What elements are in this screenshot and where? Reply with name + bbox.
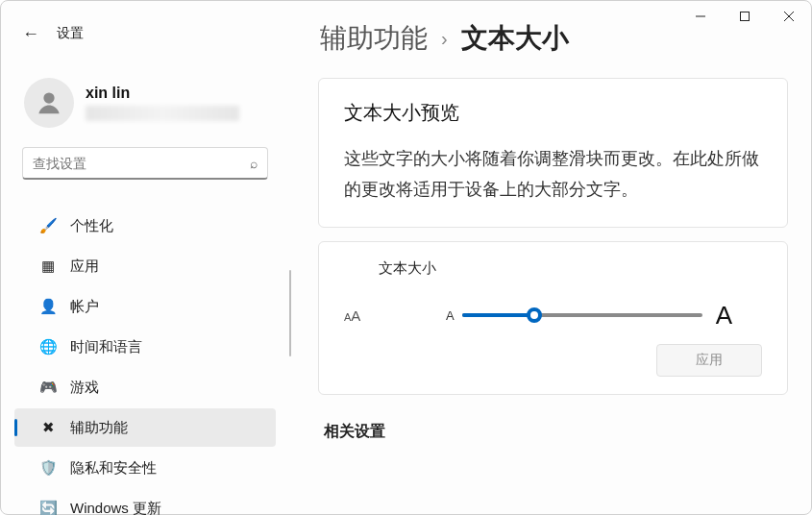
nav-item-4[interactable]: 🎮游戏	[14, 368, 276, 406]
nav-item-3[interactable]: 🌐时间和语言	[14, 328, 276, 366]
search-box[interactable]: ⌕	[22, 147, 268, 180]
text-size-label: 文本大小	[379, 259, 762, 278]
nav-icon: 🎮	[39, 379, 57, 396]
person-icon	[35, 88, 63, 117]
nav-item-7[interactable]: 🔄Windows 更新	[14, 489, 276, 515]
nav-icon: ✖	[39, 419, 57, 436]
nav-label: Windows 更新	[70, 500, 161, 516]
settings-window: ← 设置 xin lin ⌕ 🖌️个性化▦应用👤帐户🌐时间和语言🎮游戏✖辅助功能…	[0, 0, 812, 515]
search-input[interactable]	[33, 156, 212, 171]
left-pane: ← 设置 xin lin ⌕ 🖌️个性化▦应用👤帐户🌐时间和语言🎮游戏✖辅助功能…	[1, 1, 289, 514]
breadcrumb-parent[interactable]: 辅助功能	[320, 20, 428, 57]
breadcrumb: 辅助功能 › 文本大小	[312, 12, 811, 64]
user-email-redacted	[86, 106, 239, 121]
nav-icon: 👤	[39, 298, 57, 315]
nav-item-0[interactable]: 🖌️个性化	[14, 207, 276, 245]
slider-thumb[interactable]	[527, 307, 542, 323]
nav-label: 帐户	[70, 298, 99, 316]
preview-heading: 文本大小预览	[344, 100, 762, 126]
nav-item-5[interactable]: ✖辅助功能	[14, 408, 276, 447]
text-size-icon: AA	[344, 307, 398, 324]
nav-icon: 🌐	[39, 338, 57, 356]
nav-icon: 🛡️	[39, 459, 57, 477]
nav-label: 游戏	[70, 379, 99, 397]
nav-scrollbar[interactable]	[289, 270, 291, 356]
text-size-slider[interactable]	[462, 306, 702, 325]
preview-body: 这些文字的大小将随着你调整滑块而更改。在此处所做的更改将适用于设备上的大部分文字…	[344, 143, 762, 206]
avatar	[24, 78, 74, 128]
main-pane: 辅助功能 › 文本大小 文本大小预览 这些文字的大小将随着你调整滑块而更改。在此…	[312, 1, 811, 514]
nav-label: 辅助功能	[70, 419, 128, 437]
header-row: ← 设置	[1, 18, 289, 49]
apply-button[interactable]: 应用	[656, 344, 762, 377]
text-size-card: 文本大小 AA A A 应用	[318, 241, 788, 395]
text-size-row: AA A A	[344, 301, 762, 331]
back-button[interactable]: ←	[22, 25, 39, 42]
slider-min-marker: A	[446, 308, 455, 323]
search-icon: ⌕	[250, 156, 258, 171]
svg-point-4	[43, 92, 54, 103]
nav-item-6[interactable]: 🛡️隐私和安全性	[14, 449, 276, 487]
nav-icon: 🖌️	[39, 217, 57, 234]
nav-icon: ▦	[39, 258, 57, 275]
breadcrumb-current: 文本大小	[461, 20, 569, 57]
nav-item-2[interactable]: 👤帐户	[14, 287, 276, 326]
nav-label: 隐私和安全性	[70, 459, 157, 478]
nav-label: 个性化	[70, 217, 113, 235]
user-text: xin lin	[86, 85, 239, 121]
nav-icon: 🔄	[39, 500, 57, 515]
slider-track-fill	[462, 313, 534, 317]
user-block[interactable]: xin lin	[24, 78, 289, 128]
slider-max-marker: A	[716, 301, 732, 331]
related-settings-heading: 相关设置	[324, 422, 788, 442]
app-title: 设置	[57, 25, 84, 42]
nav-label: 时间和语言	[70, 338, 142, 356]
preview-card: 文本大小预览 这些文字的大小将随着你调整滑块而更改。在此处所做的更改将适用于设备…	[318, 78, 788, 228]
nav-item-1[interactable]: ▦应用	[14, 247, 276, 285]
nav-label: 应用	[70, 258, 99, 276]
chevron-right-icon: ›	[441, 28, 448, 50]
nav-list: 🖌️个性化▦应用👤帐户🌐时间和语言🎮游戏✖辅助功能🛡️隐私和安全性🔄Window…	[1, 207, 289, 515]
user-name: xin lin	[86, 85, 239, 102]
